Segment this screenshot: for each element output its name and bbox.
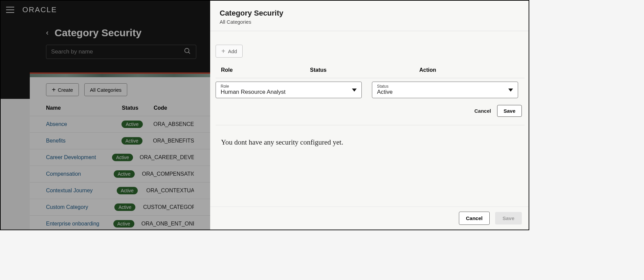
drawer-title: Category Security [220,9,520,18]
chevron-down-icon [508,88,513,91]
drawer-header: Category Security All Categories [210,1,529,31]
inline-cancel-button[interactable]: Cancel [474,108,491,114]
status-select-value: Active [377,89,513,95]
form-row: Role Human Resource Analyst Status Activ… [216,78,525,98]
role-select-label: Role [221,84,357,89]
empty-message: You dont have any security configured ye… [216,125,525,159]
col-status: Status [310,67,419,73]
status-select[interactable]: Status Active [372,82,518,98]
add-label: Add [228,48,237,54]
footer-save-button: Save [495,212,522,224]
add-button[interactable]: +Add [216,45,243,58]
col-action: Action [419,67,436,73]
role-select-value: Human Resource Analyst [221,89,357,95]
drawer-subtitle: All Categories [220,19,520,25]
inline-actions: Cancel Save [216,98,525,125]
drawer-footer: Cancel Save [210,207,529,230]
drawer-body: +Add Role Status Action Role Human Resou… [210,31,529,207]
col-role: Role [221,67,310,73]
modal-dimmer [1,1,210,230]
status-select-label: Status [377,84,513,89]
drawer-columns-header: Role Status Action [216,67,525,78]
footer-cancel-button[interactable]: Cancel [459,212,490,225]
plus-icon: + [221,48,225,55]
chevron-down-icon [352,88,357,91]
role-select[interactable]: Role Human Resource Analyst [216,82,362,98]
inline-save-button[interactable]: Save [497,105,522,117]
drawer-panel: Category Security All Categories +Add Ro… [210,1,529,230]
